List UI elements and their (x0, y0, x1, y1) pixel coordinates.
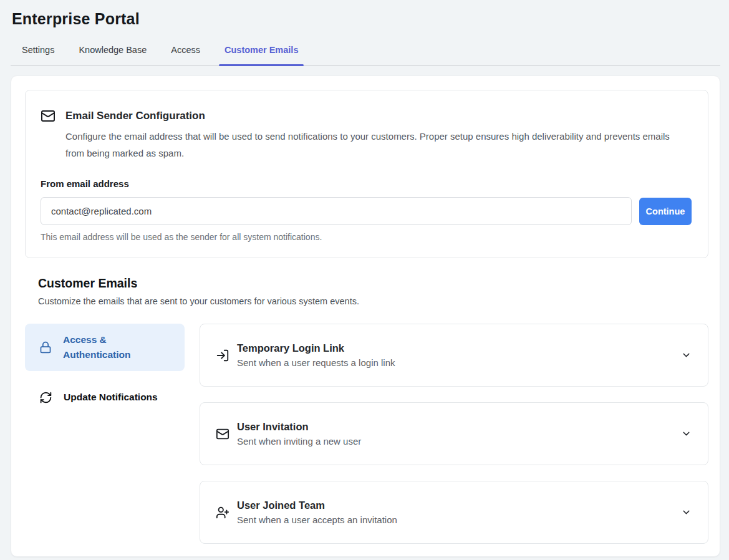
mail-icon (41, 109, 56, 123)
tab-customer-emails[interactable]: Customer Emails (219, 41, 304, 65)
mail-icon (216, 427, 229, 441)
email-card-subtitle: Sent when a user requests a login link (237, 357, 395, 368)
page-title: Enterprise Portal (12, 10, 729, 28)
login-icon (216, 349, 229, 362)
category-label: Update Notifications (64, 390, 158, 405)
email-card-user-invitation[interactable]: User Invitation Sent when inviting a new… (200, 402, 708, 465)
config-card-header: Email Sender Configuration (41, 109, 693, 123)
from-email-label: From email address (41, 178, 693, 189)
from-email-helper-text: This email address will be used as the s… (41, 232, 693, 242)
category-update-notifications[interactable]: Update Notifications (25, 382, 185, 412)
customer-emails-panel: Email Sender Configuration Configure the… (11, 75, 720, 557)
email-sender-config-card: Email Sender Configuration Configure the… (25, 90, 708, 258)
email-card-title: User Invitation (237, 421, 361, 433)
category-access-authentication[interactable]: Access & Authentication (25, 324, 185, 371)
email-card-text: User Joined Team Sent when a user accept… (237, 500, 397, 525)
customer-emails-title: Customer Emails (38, 276, 708, 291)
tab-access[interactable]: Access (165, 41, 206, 65)
email-card-text: Temporary Login Link Sent when a user re… (237, 342, 395, 368)
user-plus-icon (216, 506, 229, 519)
email-card-temporary-login-link[interactable]: Temporary Login Link Sent when a user re… (200, 324, 708, 387)
email-card-subtitle: Sent when a user accepts an invitation (237, 514, 397, 525)
refresh-icon (39, 391, 52, 404)
tab-settings[interactable]: Settings (16, 41, 60, 65)
category-label: Access & Authentication (63, 332, 147, 362)
chevron-down-icon[interactable] (681, 428, 692, 439)
from-email-row: Continue (41, 197, 693, 225)
config-card-title: Email Sender Configuration (65, 110, 205, 122)
email-card-title: Temporary Login Link (237, 342, 395, 354)
continue-button[interactable]: Continue (639, 198, 692, 225)
config-card-description: Configure the email address that will be… (65, 128, 673, 162)
email-card-title: User Joined Team (237, 500, 397, 511)
chevron-down-icon[interactable] (681, 507, 692, 518)
customer-emails-section-header: Customer Emails Customize the emails tha… (38, 276, 708, 306)
customer-emails-description: Customize the emails that are sent to yo… (38, 296, 708, 306)
email-card-user-joined-team[interactable]: User Joined Team Sent when a user accept… (200, 481, 708, 544)
lock-icon (39, 341, 52, 354)
from-email-input[interactable] (41, 197, 632, 225)
email-category-list: Access & Authentication Update Notificat… (25, 324, 185, 544)
tab-bar: Settings Knowledge Base Access Customer … (11, 41, 720, 65)
customer-emails-content: Access & Authentication Update Notificat… (25, 324, 708, 544)
email-list: Temporary Login Link Sent when a user re… (200, 324, 708, 544)
chevron-down-icon[interactable] (681, 350, 692, 360)
email-card-subtitle: Sent when inviting a new user (237, 436, 361, 447)
tab-knowledge-base[interactable]: Knowledge Base (73, 41, 152, 65)
email-card-text: User Invitation Sent when inviting a new… (237, 421, 361, 447)
